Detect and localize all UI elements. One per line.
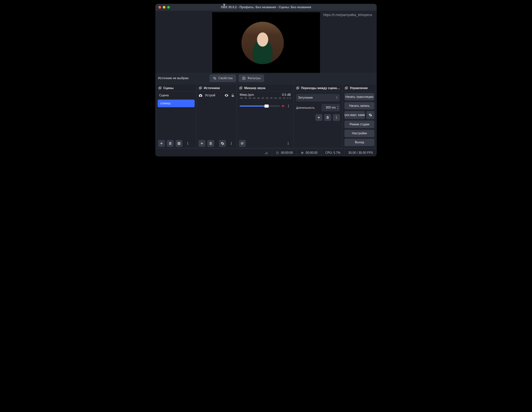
transitions-body: Затухание Длительность 300 ms ▲▼ — [294, 92, 342, 148]
kebab-icon — [286, 142, 290, 145]
properties-label: Свойства — [218, 76, 233, 80]
controls-header[interactable]: Управление — [343, 85, 376, 92]
svg-rect-38 — [265, 153, 266, 154]
controls-title: Управление — [350, 86, 368, 90]
minimize-button[interactable] — [163, 6, 165, 9]
meter-scale: -60 -55 -50 -45 -40 -35 -30 -25 -20 -15 … — [240, 97, 291, 99]
svg-point-23 — [288, 105, 289, 105]
virtual-camera-button[interactable]: іуск вирт. каме — [344, 111, 365, 119]
btn-label: Настройки — [352, 131, 367, 135]
filters-button[interactable]: Фильтры — [239, 75, 264, 82]
add-source-button[interactable] — [199, 140, 205, 147]
plus-icon — [160, 142, 163, 145]
tick: -30 — [265, 97, 268, 99]
close-button[interactable] — [158, 6, 161, 9]
status-cpu: CPU: 5.7% — [321, 149, 344, 156]
sources-panel: Источники Устрой — [197, 85, 236, 148]
mixer-advanced-button[interactable] — [239, 140, 246, 147]
scene-filters-button[interactable] — [176, 140, 182, 147]
add-scene-button[interactable] — [158, 140, 165, 147]
remove-transition-button[interactable] — [324, 114, 331, 121]
traffic-lights — [158, 6, 170, 9]
remove-scene-button[interactable] — [167, 140, 174, 147]
svg-rect-17 — [232, 95, 234, 97]
eye-icon[interactable] — [224, 93, 228, 97]
plus-icon — [200, 142, 204, 145]
mixer-channel-name: Микр./доп. — [240, 93, 255, 96]
duration-spinner[interactable]: 300 ms ▲▼ — [322, 104, 340, 111]
svg-point-33 — [336, 116, 337, 117]
source-item[interactable]: Устрой — [197, 92, 236, 99]
svg-point-25 — [288, 107, 289, 107]
virtual-camera-settings-button[interactable] — [366, 111, 374, 119]
status-record: 00:00:00 — [297, 149, 321, 156]
scenes-title: Сцены — [163, 86, 174, 90]
chevron-up-icon[interactable]: ▲ — [337, 105, 339, 107]
svg-point-42 — [277, 152, 278, 153]
filters-label: Фильтры — [247, 76, 261, 80]
transition-select[interactable]: Затухание — [296, 94, 340, 102]
mute-button[interactable] — [281, 104, 285, 108]
tick: -60 — [240, 97, 243, 99]
scenes-footer — [156, 139, 196, 148]
dock-icon — [345, 87, 348, 90]
mixer-footer — [237, 139, 293, 148]
scene-menu-button[interactable] — [184, 140, 191, 147]
mixer-header[interactable]: Микшер звука — [237, 85, 293, 92]
resize-cursor-icon — [223, 4, 227, 6]
source-properties-button[interactable] — [219, 140, 226, 147]
gear-icon — [213, 76, 216, 80]
plus-icon — [317, 116, 321, 119]
add-transition-button[interactable] — [315, 114, 322, 121]
remove-source-button[interactable] — [207, 140, 214, 147]
properties-button[interactable]: Свойства — [209, 75, 236, 82]
start-recording-button[interactable]: Начать запись — [344, 102, 374, 110]
duration-label: Длительность — [296, 106, 320, 109]
chevron-down-icon[interactable]: ▼ — [337, 108, 339, 110]
source-menu-button[interactable] — [228, 140, 235, 147]
record-dot-icon — [301, 151, 304, 154]
dock-icon — [296, 87, 299, 90]
trash-icon — [209, 142, 212, 145]
svg-point-43 — [301, 152, 304, 154]
tick: -15 — [278, 97, 281, 99]
tick: -40 — [257, 97, 260, 99]
slider-thumb[interactable] — [265, 104, 269, 108]
scenes-panel: Сцены Сцена спикер — [156, 85, 196, 148]
trash-icon — [169, 142, 172, 145]
transitions-header[interactable]: Переходы между сцена… — [294, 85, 342, 92]
transition-buttons — [296, 114, 340, 121]
camera-icon — [199, 93, 203, 97]
channel-menu-button[interactable] — [286, 103, 291, 110]
svg-point-15 — [200, 95, 201, 96]
tick: -5 — [287, 97, 288, 99]
preview-canvas[interactable] — [212, 12, 320, 73]
exit-button[interactable]: Выход — [344, 139, 374, 146]
mixer-menu-button[interactable] — [285, 140, 292, 147]
svg-point-10 — [188, 142, 188, 143]
scene-item-label: Сцена — [159, 94, 169, 97]
start-streaming-button[interactable]: Начать трансляцию — [344, 93, 374, 101]
sources-header[interactable]: Источники — [197, 85, 236, 92]
scene-item[interactable]: Сцена — [156, 92, 196, 99]
scene-item-selected[interactable]: спикер — [158, 100, 195, 107]
lock-open-icon[interactable] — [231, 94, 235, 97]
gear-icon — [221, 142, 224, 145]
tick: -20 — [274, 97, 277, 99]
maximize-button[interactable] — [167, 6, 170, 9]
settings-button[interactable]: Настройки — [344, 130, 374, 137]
svg-point-20 — [231, 144, 232, 145]
volume-slider[interactable] — [240, 105, 280, 107]
tick: -25 — [269, 97, 273, 99]
webcam-circle-source — [241, 22, 284, 64]
studio-mode-button[interactable]: Режим студии — [344, 121, 374, 128]
select-arrows-icon — [336, 96, 338, 99]
transition-menu-button[interactable] — [333, 114, 340, 121]
kebab-icon — [229, 142, 233, 145]
mixer-title: Микшер звука — [244, 86, 266, 90]
svg-rect-39 — [266, 153, 266, 154]
status-stream: 00:00:00 — [272, 149, 296, 156]
scenes-header[interactable]: Сцены — [156, 85, 196, 92]
source-name: Устрой — [205, 94, 222, 97]
mixer-channel-header: Микр./доп. 0.5 dB — [240, 93, 291, 96]
